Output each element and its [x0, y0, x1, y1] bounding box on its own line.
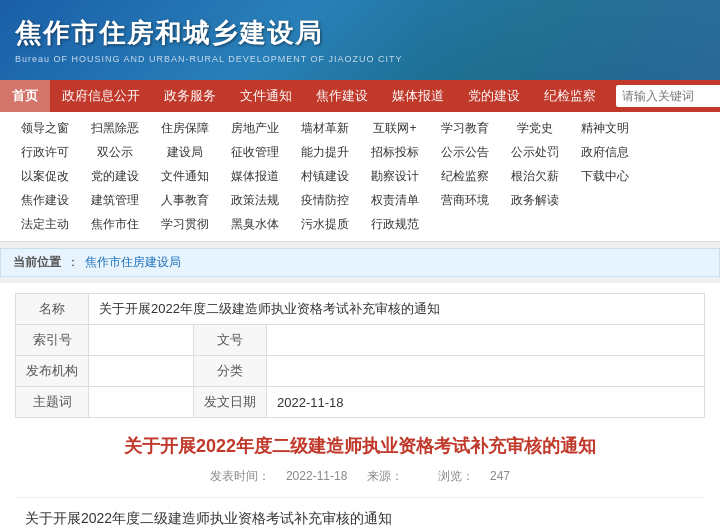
date-label: 发文日期 — [194, 387, 267, 418]
date-value: 2022-11-18 — [267, 387, 705, 418]
breadcrumb: 当前位置 ： 焦作市住房建设局 — [0, 248, 720, 277]
publish-time-label: 发表时间： — [210, 469, 270, 483]
nav-item-info[interactable]: 政府信息公开 — [50, 80, 152, 112]
sub-nav-item[interactable]: 勘察设计 — [360, 166, 430, 187]
sub-nav-item[interactable]: 法定主动 — [10, 214, 80, 235]
sub-nav-item[interactable]: 学习贯彻 — [150, 214, 220, 235]
table-row: 发布机构 分类 — [16, 356, 705, 387]
publish-time: 2022-11-18 — [286, 469, 347, 483]
source-label: 来源： — [367, 469, 403, 483]
org-label: 发布机构 — [16, 356, 89, 387]
sub-nav-item[interactable]: 建筑管理 — [80, 190, 150, 211]
nav-item-party[interactable]: 党的建设 — [456, 80, 532, 112]
keyword-value — [89, 387, 194, 418]
header-banner: 焦作市住房和城乡建设局 Bureau OF HOUSING AND URBAN-… — [0, 0, 720, 80]
breadcrumb-label: 当前位置 — [13, 254, 61, 271]
sub-nav-item[interactable]: 文件通知 — [150, 166, 220, 187]
sub-nav-item[interactable]: 疫情防控 — [290, 190, 360, 211]
info-table: 名称 关于开展2022年度二级建造师执业资格考试补充审核的通知 索引号 文号 发… — [15, 293, 705, 418]
org-value — [89, 356, 194, 387]
sub-nav-item[interactable]: 住房保障 — [150, 118, 220, 139]
sub-nav-item — [640, 166, 710, 187]
views: 247 — [490, 469, 510, 483]
sub-nav-item — [570, 214, 640, 235]
sub-nav-item[interactable]: 公示公告 — [430, 142, 500, 163]
sub-nav-item[interactable]: 纪检监察 — [430, 166, 500, 187]
sub-nav-item[interactable]: 征收管理 — [220, 142, 290, 163]
doc-label: 文号 — [194, 325, 267, 356]
sub-nav-item — [640, 118, 710, 139]
sub-nav-item[interactable]: 能力提升 — [290, 142, 360, 163]
table-row: 名称 关于开展2022年度二级建造师执业资格考试补充审核的通知 — [16, 294, 705, 325]
sub-nav-grid: 领导之窗 扫黑除恶 住房保障 房地产业 墙材革新 互联网+ 学习教育 学党史 精… — [10, 118, 710, 235]
sub-nav-item — [430, 214, 500, 235]
content-area: 名称 关于开展2022年度二级建造师执业资格考试补充审核的通知 索引号 文号 发… — [0, 283, 720, 532]
nav-item-construction[interactable]: 焦作建设 — [304, 80, 380, 112]
site-title-cn: 焦作市住房和城乡建设局 — [15, 16, 403, 51]
sub-nav-item[interactable]: 学习教育 — [430, 118, 500, 139]
breadcrumb-separator: ： — [67, 254, 79, 271]
sub-nav-item[interactable]: 政府信息 — [570, 142, 640, 163]
sub-nav-item — [500, 214, 570, 235]
sub-nav-item — [640, 142, 710, 163]
sub-nav-item[interactable]: 建设局 — [150, 142, 220, 163]
article-meta: 发表时间：2022-11-18 来源： 浏览：247 — [15, 468, 705, 485]
keyword-label: 主题词 — [16, 387, 89, 418]
nav-item-discipline[interactable]: 纪检监察 — [532, 80, 608, 112]
sub-nav-item[interactable]: 互联网+ — [360, 118, 430, 139]
nav-item-media[interactable]: 媒体报道 — [380, 80, 456, 112]
sub-nav-item[interactable]: 焦作市住 — [80, 214, 150, 235]
sub-nav-item — [640, 190, 710, 211]
sub-nav-item[interactable]: 政务解读 — [500, 190, 570, 211]
table-row: 主题词 发文日期 2022-11-18 — [16, 387, 705, 418]
ref-label: 索引号 — [16, 325, 89, 356]
article-body: 关于开展2022年度二级建造师执业资格考试补充审核的通知 — [15, 506, 705, 531]
sub-nav-item[interactable]: 领导之窗 — [10, 118, 80, 139]
sub-nav-item[interactable]: 行政许可 — [10, 142, 80, 163]
sub-nav-item[interactable]: 媒体报道 — [220, 166, 290, 187]
sub-nav-item[interactable]: 权责清单 — [360, 190, 430, 211]
site-title-en: Bureau OF HOUSING AND URBAN-RURAL DEVELO… — [15, 54, 403, 64]
sub-nav-item[interactable]: 精神文明 — [570, 118, 640, 139]
nav-item-notice[interactable]: 文件通知 — [228, 80, 304, 112]
breadcrumb-link[interactable]: 焦作市住房建设局 — [85, 254, 181, 271]
article-body-text: 关于开展2022年度二级建造师执业资格考试补充审核的通知 — [25, 506, 695, 531]
search-input[interactable] — [616, 85, 720, 107]
nav-item-home[interactable]: 首页 — [0, 80, 50, 112]
sub-nav-item[interactable]: 以案促改 — [10, 166, 80, 187]
sub-nav-item[interactable]: 污水提质 — [290, 214, 360, 235]
sub-nav-item[interactable]: 招标投标 — [360, 142, 430, 163]
doc-value — [267, 325, 705, 356]
table-row: 索引号 文号 — [16, 325, 705, 356]
sub-nav-item[interactable]: 焦作建设 — [10, 190, 80, 211]
sub-nav-item[interactable]: 黑臭水体 — [220, 214, 290, 235]
top-nav: 首页 政府信息公开 政务服务 文件通知 焦作建设 媒体报道 党的建设 纪检监察 … — [0, 80, 720, 112]
sub-nav-item[interactable]: 公示处罚 — [500, 142, 570, 163]
sub-nav-item[interactable]: 双公示 — [80, 142, 150, 163]
sub-nav-item[interactable]: 行政规范 — [360, 214, 430, 235]
sub-nav-item[interactable]: 人事教育 — [150, 190, 220, 211]
sub-nav-item[interactable]: 学党史 — [500, 118, 570, 139]
divider — [15, 497, 705, 498]
sub-nav-item[interactable]: 村镇建设 — [290, 166, 360, 187]
sub-nav-item[interactable]: 根治欠薪 — [500, 166, 570, 187]
sub-nav-item[interactable]: 房地产业 — [220, 118, 290, 139]
sub-nav-item — [640, 214, 710, 235]
nav-items: 首页 政府信息公开 政务服务 文件通知 焦作建设 媒体报道 党的建设 纪检监察 — [0, 80, 608, 112]
nav-item-service[interactable]: 政务服务 — [152, 80, 228, 112]
cat-label: 分类 — [194, 356, 267, 387]
cat-value — [267, 356, 705, 387]
sub-nav-item[interactable]: 政策法规 — [220, 190, 290, 211]
sub-nav-item[interactable]: 扫黑除恶 — [80, 118, 150, 139]
sub-nav-item[interactable]: 墙材革新 — [290, 118, 360, 139]
views-label: 浏览： — [438, 469, 474, 483]
sub-nav: 领导之窗 扫黑除恶 住房保障 房地产业 墙材革新 互联网+ 学习教育 学党史 精… — [0, 112, 720, 242]
name-value: 关于开展2022年度二级建造师执业资格考试补充审核的通知 — [89, 294, 705, 325]
sub-nav-item[interactable]: 营商环境 — [430, 190, 500, 211]
sub-nav-item — [570, 190, 640, 211]
sub-nav-item[interactable]: 下载中心 — [570, 166, 640, 187]
search-area: 搜索 — [608, 85, 720, 107]
sub-nav-item[interactable]: 党的建设 — [80, 166, 150, 187]
article-title: 关于开展2022年度二级建造师执业资格考试补充审核的通知 — [15, 433, 705, 460]
ref-value — [89, 325, 194, 356]
